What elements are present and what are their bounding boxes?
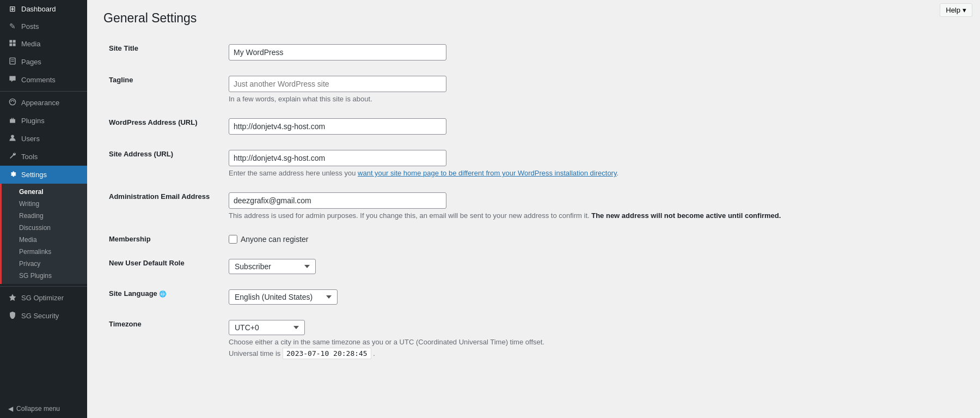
svg-marker-12 xyxy=(9,294,16,301)
submenu-item-privacy[interactable]: Privacy xyxy=(2,258,87,270)
comments-icon xyxy=(8,75,17,84)
field-label-membership: Membership xyxy=(103,227,223,251)
table-row-site-address: Site Address (URL) Enter the same addres… xyxy=(103,142,964,185)
table-row-membership: Membership Anyone can register xyxy=(103,227,964,251)
submenu-item-media[interactable]: Media xyxy=(2,234,87,246)
sidebar-item-label: Posts xyxy=(21,22,39,31)
sidebar-item-label: SG Optimizer xyxy=(21,294,64,302)
timezone-utc-display: Universal time is 2023-07-10 20:28:45 . xyxy=(229,349,958,358)
sidebar-item-sg-optimizer[interactable]: SG Optimizer xyxy=(0,289,87,307)
svg-rect-8 xyxy=(10,119,15,123)
settings-icon xyxy=(8,170,17,179)
sidebar-divider xyxy=(0,91,87,92)
collapse-icon: ◀ xyxy=(8,405,13,413)
main-content: Help ▾ General Settings Site Title Tagli… xyxy=(87,0,980,418)
sidebar-item-tools[interactable]: Tools xyxy=(0,148,87,166)
table-row-site-language: Site Language 🌐 English (United States) … xyxy=(103,282,964,312)
field-label-wp-address: WordPress Address (URL) xyxy=(103,111,223,142)
site-title-input[interactable] xyxy=(229,44,446,60)
sg-optimizer-icon xyxy=(8,293,17,302)
sidebar-item-comments[interactable]: Comments xyxy=(0,71,87,89)
sidebar-item-label: Comments xyxy=(21,76,56,84)
membership-checkbox[interactable] xyxy=(229,235,237,244)
help-label: Help xyxy=(946,6,960,14)
svg-rect-5 xyxy=(11,59,14,60)
table-row-tagline: Tagline In a few words, explain what thi… xyxy=(103,68,964,111)
submenu-item-reading[interactable]: Reading xyxy=(2,210,87,222)
table-row-timezone: Timezone UTC+0 UTC-5 UTC-8 UTC+1 UTC+2 C… xyxy=(103,312,964,365)
sidebar-item-label: Tools xyxy=(21,153,38,161)
field-label-site-title: Site Title xyxy=(103,37,223,68)
site-address-input[interactable] xyxy=(229,150,446,166)
plugins-icon xyxy=(8,116,17,125)
appearance-icon xyxy=(8,98,17,107)
help-dropdown-icon: ▾ xyxy=(963,6,966,14)
field-label-admin-email: Administration Email Address xyxy=(103,185,223,227)
media-icon xyxy=(8,39,17,49)
sidebar-item-label: Pages xyxy=(21,58,41,66)
svg-point-11 xyxy=(11,135,14,138)
field-label-tagline: Tagline xyxy=(103,68,223,111)
site-address-link[interactable]: want your site home page to be different… xyxy=(358,169,616,177)
sidebar-item-settings[interactable]: Settings xyxy=(0,166,87,184)
tagline-description: In a few words, explain what this site i… xyxy=(229,95,958,103)
sidebar-item-sg-security[interactable]: SG Security xyxy=(0,307,87,325)
sidebar-item-label: SG Security xyxy=(21,312,59,320)
page-title: General Settings xyxy=(103,11,964,26)
table-row-site-title: Site Title xyxy=(103,37,964,68)
sidebar-item-posts[interactable]: ✎ Posts xyxy=(0,17,87,35)
sidebar-item-label: Media xyxy=(21,40,40,48)
table-row-admin-email: Administration Email Address This addres… xyxy=(103,185,964,227)
wp-address-input[interactable] xyxy=(229,118,446,135)
utc-time-value: 2023-07-10 20:28:45 xyxy=(283,348,371,359)
sidebar-item-label: Dashboard xyxy=(21,5,56,13)
sidebar-item-label: Appearance xyxy=(21,99,59,107)
sidebar-item-dashboard[interactable]: ⊞ Dashboard xyxy=(0,0,87,17)
site-language-icon: 🌐 xyxy=(159,290,167,297)
sidebar-item-label: Plugins xyxy=(21,117,45,125)
timezone-select[interactable]: UTC+0 UTC-5 UTC-8 UTC+1 UTC+2 xyxy=(229,320,305,335)
submenu-item-sg-plugins[interactable]: SG Plugins xyxy=(2,270,87,282)
pages-icon xyxy=(8,57,17,66)
membership-checkbox-text: Anyone can register xyxy=(241,235,309,244)
sidebar: ⊞ Dashboard ✎ Posts Media Pages Comments… xyxy=(0,0,87,418)
submenu-item-writing[interactable]: Writing xyxy=(2,198,87,210)
field-label-timezone: Timezone xyxy=(103,312,223,365)
sidebar-item-pages[interactable]: Pages xyxy=(0,53,87,71)
sidebar-item-label: Settings xyxy=(21,171,47,179)
table-row-wp-address: WordPress Address (URL) xyxy=(103,111,964,142)
site-address-description: Enter the same address here unless you w… xyxy=(229,169,958,177)
tagline-input[interactable] xyxy=(229,76,446,92)
svg-point-7 xyxy=(9,99,15,105)
sidebar-item-appearance[interactable]: Appearance xyxy=(0,94,87,112)
default-role-select[interactable]: Subscriber Contributor Author Editor Adm… xyxy=(229,259,316,274)
sg-security-icon xyxy=(8,311,17,320)
topbar: Help ▾ xyxy=(932,0,980,20)
settings-form-table: Site Title Tagline In a few words, expla… xyxy=(103,37,964,365)
field-label-default-role: New User Default Role xyxy=(103,251,223,282)
help-button[interactable]: Help ▾ xyxy=(940,3,972,17)
settings-submenu: General Writing Reading Discussion Media… xyxy=(0,184,87,284)
svg-rect-10 xyxy=(13,118,14,120)
table-row-default-role: New User Default Role Subscriber Contrib… xyxy=(103,251,964,282)
tools-icon xyxy=(8,152,17,161)
sidebar-item-plugins[interactable]: Plugins xyxy=(0,112,87,130)
admin-email-note: The new address will not become active u… xyxy=(591,211,781,220)
collapse-menu-button[interactable]: ◀ Collapse menu xyxy=(0,399,87,418)
submenu-item-permalinks[interactable]: Permalinks xyxy=(2,246,87,258)
admin-email-input[interactable] xyxy=(229,192,446,209)
site-language-select[interactable]: English (United States) English (UK) Esp… xyxy=(229,289,338,305)
sidebar-divider-2 xyxy=(0,286,87,287)
submenu-item-general[interactable]: General xyxy=(2,186,87,198)
membership-checkbox-label[interactable]: Anyone can register xyxy=(229,235,958,244)
submenu-item-discussion[interactable]: Discussion xyxy=(2,222,87,234)
sidebar-item-users[interactable]: Users xyxy=(0,130,87,148)
posts-icon: ✎ xyxy=(8,22,17,31)
timezone-description: Choose either a city in the same timezon… xyxy=(229,338,958,346)
svg-rect-6 xyxy=(11,61,14,62)
sidebar-item-label: Users xyxy=(21,135,40,143)
sidebar-item-media[interactable]: Media xyxy=(0,35,87,53)
svg-rect-1 xyxy=(13,40,16,43)
svg-rect-0 xyxy=(9,40,12,43)
admin-email-description: This address is used for admin purposes.… xyxy=(229,211,958,220)
